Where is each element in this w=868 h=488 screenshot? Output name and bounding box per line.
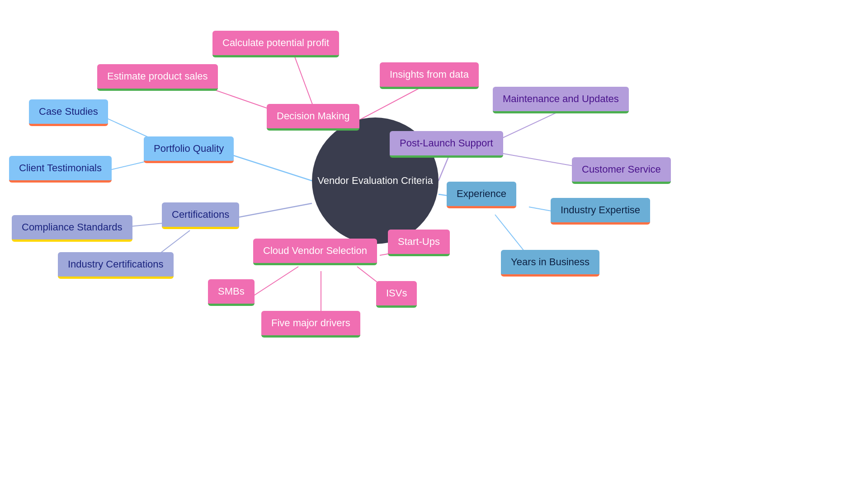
node-certifications[interactable]: Certifications xyxy=(162,202,239,229)
node-label-smbs: SMBs xyxy=(218,286,245,297)
node-label-client-testimonials: Client Testimonials xyxy=(19,162,102,174)
node-label-experience: Experience xyxy=(457,188,506,200)
node-label-maintenance: Maintenance and Updates xyxy=(503,93,619,105)
svg-line-4 xyxy=(231,155,312,181)
node-label-calculate-profit: Calculate potential profit xyxy=(222,37,329,49)
node-label-case-studies: Case Studies xyxy=(39,106,98,117)
node-label-customer-service: Customer Service xyxy=(582,164,661,175)
node-isvs[interactable]: ISVs xyxy=(376,281,417,308)
node-label-portfolio-quality: Portfolio Quality xyxy=(154,143,224,155)
node-label-cloud-vendor: Cloud Vendor Selection xyxy=(263,245,367,257)
node-estimate-sales[interactable]: Estimate product sales xyxy=(97,64,218,91)
node-compliance[interactable]: Compliance Standards xyxy=(12,215,132,242)
node-smbs[interactable]: SMBs xyxy=(208,279,255,306)
node-label-industry-expertise: Industry Expertise xyxy=(561,204,640,216)
node-insights-data[interactable]: Insights from data xyxy=(380,62,479,89)
node-experience[interactable]: Experience xyxy=(447,182,516,208)
center-label: Vendor Evaluation Criteria xyxy=(317,175,433,187)
node-label-insights-data: Insights from data xyxy=(390,69,469,80)
node-label-post-launch: Post-Launch Support xyxy=(400,137,493,149)
node-years-business[interactable]: Years in Business xyxy=(501,250,599,277)
node-label-startups: Start-Ups xyxy=(398,236,440,248)
node-label-certifications: Certifications xyxy=(172,209,229,221)
node-decision-making[interactable]: Decision Making xyxy=(267,104,359,131)
node-industry-certs[interactable]: Industry Certifications xyxy=(58,252,174,279)
node-calculate-profit[interactable]: Calculate potential profit xyxy=(212,31,339,57)
node-post-launch[interactable]: Post-Launch Support xyxy=(390,131,503,158)
node-maintenance[interactable]: Maintenance and Updates xyxy=(493,87,629,113)
node-label-years-business: Years in Business xyxy=(511,256,590,268)
svg-line-18 xyxy=(253,267,298,296)
node-client-testimonials[interactable]: Client Testimonials xyxy=(9,156,112,183)
node-startups[interactable]: Start-Ups xyxy=(388,230,450,256)
node-five-drivers[interactable]: Five major drivers xyxy=(261,311,360,338)
node-label-estimate-sales: Estimate product sales xyxy=(107,70,208,82)
node-label-compliance: Compliance Standards xyxy=(22,221,123,233)
node-case-studies[interactable]: Case Studies xyxy=(29,99,108,126)
node-label-industry-certs: Industry Certifications xyxy=(68,258,164,270)
node-label-isvs: ISVs xyxy=(386,287,407,299)
node-cloud-vendor[interactable]: Cloud Vendor Selection xyxy=(253,239,377,265)
node-portfolio-quality[interactable]: Portfolio Quality xyxy=(144,136,234,163)
node-customer-service[interactable]: Customer Service xyxy=(572,157,671,184)
node-label-decision-making: Decision Making xyxy=(277,110,349,122)
node-industry-expertise[interactable]: Industry Expertise xyxy=(551,198,650,225)
node-label-five-drivers: Five major drivers xyxy=(271,317,350,329)
